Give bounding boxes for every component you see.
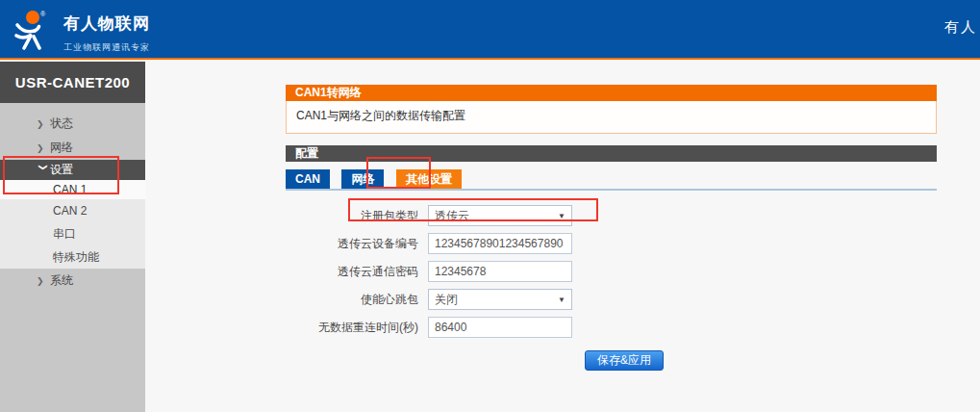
app-header: ® 有人物联网 工业物联网通讯专家 有人	[0, 0, 980, 60]
settings-form: 注册包类型 透传云 ▼ 透传云设备编号 透传云通信密码 使能心跳包 关闭 ▼ 无…	[286, 205, 937, 338]
sidebar-item-label: 串口	[53, 226, 76, 243]
reconnect-time-label: 无数据重连时间(秒)	[286, 320, 428, 336]
form-row: 无数据重连时间(秒)	[286, 317, 937, 338]
svg-text:®: ®	[40, 11, 46, 17]
sidebar-item-status[interactable]: ❯ 状态	[0, 112, 145, 136]
cloud-password-label: 透传云通信密码	[286, 264, 428, 280]
brand-block: 有人物联网 工业物联网通讯专家	[63, 13, 150, 54]
cloud-password-input[interactable]	[428, 261, 572, 282]
form-actions: 保存&应用	[286, 350, 937, 371]
chevron-right-icon: ❯	[37, 119, 50, 129]
sidebar-item-label: 网络	[50, 140, 73, 156]
heartbeat-enable-label: 使能心跳包	[286, 292, 428, 308]
cloud-device-id-input[interactable]	[428, 233, 572, 254]
sidebar-item-can2[interactable]: CAN 2	[0, 199, 145, 222]
main-content: CAN1转网络 CAN1与网络之间的数据传输配置 配置 CAN 网络 其他设置 …	[286, 85, 937, 371]
select-value: 关闭	[435, 292, 458, 308]
brand-title: 有人物联网	[63, 13, 150, 35]
brand-tagline: 工业物联网通讯专家	[63, 41, 150, 54]
sidebar: USR-CANET200 ❯ 状态 ❯ 网络 ❯ 设置 CAN 1 CAN 2 …	[0, 62, 145, 412]
sidebar-item-label: CAN 2	[53, 204, 87, 218]
form-row: 透传云设备编号	[286, 233, 937, 254]
page-description: CAN1与网络之间的数据传输配置	[286, 101, 937, 134]
sidebar-item-system[interactable]: ❯ 系统	[0, 269, 145, 293]
chevron-right-icon: ❯	[37, 143, 50, 153]
save-apply-button[interactable]: 保存&应用	[585, 350, 664, 371]
header-right-link[interactable]: 有人	[944, 18, 977, 37]
heartbeat-enable-select[interactable]: 关闭 ▼	[428, 289, 572, 310]
sidebar-item-label: 系统	[50, 272, 73, 289]
sidebar-item-serial[interactable]: 串口	[0, 222, 145, 245]
sidebar-item-special-function[interactable]: 特殊功能	[0, 245, 145, 269]
sidebar-nav: ❯ 状态 ❯ 网络 ❯ 设置 CAN 1 CAN 2 串口 特殊功能 ❯ 系统	[0, 112, 145, 293]
sidebar-item-label: 特殊功能	[53, 249, 99, 266]
annotation-box-field	[348, 198, 598, 221]
annotation-box-menu	[3, 156, 119, 194]
reconnect-time-input[interactable]	[428, 317, 572, 338]
device-title: USR-CANET200	[0, 62, 145, 103]
page-title: CAN1转网络	[286, 85, 937, 101]
annotation-box-tab	[366, 157, 431, 189]
cloud-device-id-label: 透传云设备编号	[286, 236, 428, 252]
tab-can[interactable]: CAN	[286, 169, 330, 189]
form-row: 透传云通信密码	[286, 261, 937, 282]
sidebar-item-label: 状态	[50, 116, 73, 132]
usr-logo-icon: ®	[12, 8, 58, 52]
chevron-right-icon: ❯	[37, 276, 50, 286]
form-row: 使能心跳包 关闭 ▼	[286, 289, 937, 310]
dropdown-arrow-icon: ▼	[558, 296, 565, 304]
